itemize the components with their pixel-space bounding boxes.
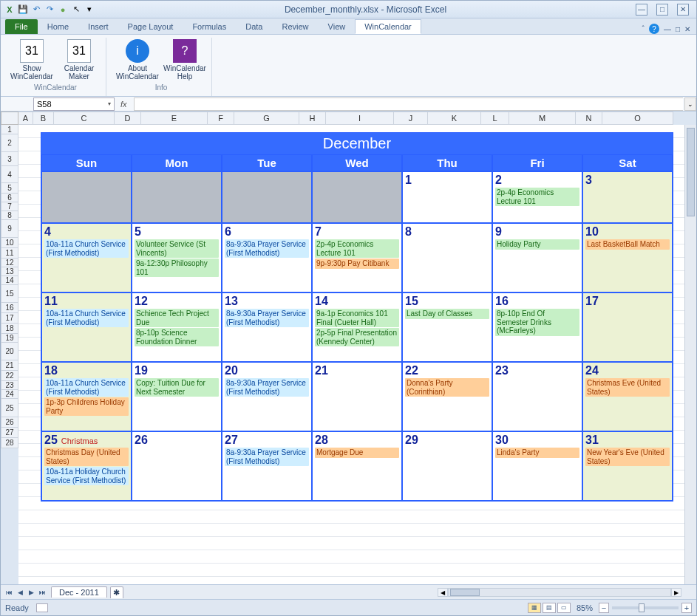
row-header-25[interactable]: 25: [1, 399, 18, 417]
calendar-event[interactable]: Donna's Party (Corinthian): [405, 378, 489, 397]
calendar-day-22[interactable]: 22Donna's Party (Corinthian): [402, 362, 492, 431]
qat-dropdown-icon[interactable]: ▾: [84, 4, 95, 16]
col-header-J[interactable]: J: [394, 112, 428, 125]
vertical-scroll-thumb[interactable]: [687, 128, 695, 216]
row-header-26[interactable]: 26: [1, 417, 18, 428]
calendar-event[interactable]: 2p-4p Economics Lecture 101: [315, 239, 399, 258]
calendar-day-7[interactable]: 72p-4p Economics Lecture 1019p-9:30p Pay…: [312, 223, 402, 292]
name-box-dropdown-icon[interactable]: ▾: [108, 100, 111, 107]
zoom-slider-thumb[interactable]: [639, 603, 645, 612]
sheet-tab-active[interactable]: Dec - 2011: [51, 586, 107, 598]
calendar-event[interactable]: Last BasketBall Match: [585, 239, 670, 250]
row-header-24[interactable]: 24: [1, 390, 18, 399]
calendar-day-8[interactable]: 8: [402, 223, 492, 292]
calendar-event[interactable]: Copy: Tuition Due for Next Semester: [135, 378, 219, 397]
calendar-day-5[interactable]: 5Volunteer Service (St Vincents)9a-12:30…: [132, 223, 222, 292]
calendar-day-25[interactable]: 25ChristmasChristmas Day (United States)…: [41, 431, 132, 501]
calendar-day-empty[interactable]: [222, 171, 312, 223]
row-header-10[interactable]: 10: [1, 238, 18, 248]
row-header-9[interactable]: 9: [1, 220, 18, 238]
calendar-day-15[interactable]: 15Last Day of Classes: [402, 292, 492, 362]
calendar-event[interactable]: Christmas Eve (United States): [585, 378, 670, 397]
zoom-percent[interactable]: 85%: [577, 603, 593, 612]
row-header-11[interactable]: 11: [1, 248, 18, 259]
calendar-event[interactable]: Last Day of Classes: [405, 309, 489, 319]
calendar-maker-button[interactable]: 31Calendar Maker: [58, 39, 100, 81]
sync-icon[interactable]: ●: [57, 4, 69, 16]
tab-view[interactable]: View: [319, 19, 356, 34]
col-header-A[interactable]: A: [18, 112, 33, 125]
col-header-F[interactable]: F: [208, 112, 234, 125]
calendar-event[interactable]: Schience Tech Project Due: [135, 309, 219, 327]
help-icon[interactable]: ?: [649, 24, 659, 34]
horizontal-scrollbar[interactable]: ◀ ▶: [438, 587, 681, 598]
col-header-C[interactable]: C: [54, 112, 115, 125]
col-header-M[interactable]: M: [509, 112, 576, 125]
tab-home[interactable]: Home: [38, 19, 78, 34]
calendar-day-19[interactable]: 19Copy: Tuition Due for Next Semester: [132, 362, 222, 431]
undo-icon[interactable]: ↶: [30, 4, 42, 16]
tab-insert[interactable]: Insert: [78, 19, 118, 34]
calendar-event[interactable]: New Year's Eve (United States): [585, 448, 670, 466]
calendar-day-9[interactable]: 9Holiday Party: [492, 223, 582, 292]
tab-review[interactable]: Review: [272, 19, 318, 34]
calendar-event[interactable]: Christmas Day (United States): [44, 448, 129, 466]
minimize-button[interactable]: —: [636, 4, 647, 16]
calendar-event[interactable]: 9a-12:30p Philosophy 101: [135, 259, 219, 277]
hscroll-right-icon[interactable]: ▶: [671, 588, 681, 597]
workbook-restore-icon[interactable]: □: [676, 25, 680, 33]
tab-formulas[interactable]: Formulas: [183, 19, 236, 34]
calendar-event[interactable]: Holiday Party: [495, 239, 579, 250]
new-sheet-button[interactable]: ✱: [110, 586, 123, 598]
maximize-button[interactable]: □: [656, 4, 668, 16]
calendar-day-13[interactable]: 138a-9:30a Prayer Service (First Methodi…: [222, 292, 312, 362]
calendar-day-empty[interactable]: [312, 171, 402, 223]
calendar-day-16[interactable]: 168p-10p End Of Semester Drinks (McFarle…: [492, 292, 582, 362]
ribbon-minimize-icon[interactable]: ˆ: [642, 25, 645, 33]
col-header-O[interactable]: O: [602, 112, 673, 125]
calendar-event[interactable]: 8a-9:30a Prayer Service (First Methodist…: [225, 448, 309, 466]
calendar-day-1[interactable]: 1: [402, 171, 492, 223]
calendar-day-11[interactable]: 1110a-11a Church Service (First Methodis…: [41, 292, 132, 362]
col-header-L[interactable]: L: [481, 112, 509, 125]
row-header-5[interactable]: 5: [1, 183, 18, 194]
col-header-K[interactable]: K: [428, 112, 481, 125]
calendar-day-3[interactable]: 3: [582, 171, 673, 223]
row-header-12[interactable]: 12: [1, 259, 18, 267]
row-header-8[interactable]: 8: [1, 211, 18, 220]
col-header-H[interactable]: H: [299, 112, 326, 125]
calendar-day-10[interactable]: 10Last BasketBall Match: [582, 223, 673, 292]
hscroll-thumb[interactable]: [450, 589, 480, 596]
tab-file[interactable]: File: [5, 19, 38, 34]
macro-record-icon[interactable]: [36, 603, 48, 612]
tab-data[interactable]: Data: [236, 19, 272, 34]
vertical-scrollbar[interactable]: [684, 125, 696, 584]
sheet-nav-next-icon[interactable]: ▶: [26, 587, 36, 598]
calendar-day-28[interactable]: 28Mortgage Due: [312, 431, 402, 501]
calendar-event[interactable]: 10a-11a Holiday Church Service (First Me…: [44, 467, 129, 485]
sheet-nav-first-icon[interactable]: ⏮: [4, 587, 14, 598]
view-normal-button[interactable]: ▦: [528, 603, 541, 613]
calendar-day-30[interactable]: 30Linda's Party: [492, 431, 582, 501]
worksheet-area[interactable]: ABCDEFGHIJKLMNO 123456789101112131415161…: [1, 112, 696, 584]
calendar-event[interactable]: 1p-3p Childrens Holiday Party: [44, 397, 129, 416]
col-header-N[interactable]: N: [576, 112, 602, 125]
row-header-2[interactable]: 2: [1, 134, 18, 152]
calendar-event[interactable]: 9a-1p Economics 101 Final (Cueter Hall): [315, 309, 399, 327]
wincalendar-help-button[interactable]: ?WinCalendar Help: [164, 39, 205, 81]
about-wincalendar-button[interactable]: iAbout WinCalendar: [117, 39, 158, 81]
workbook-minimize-icon[interactable]: —: [664, 25, 671, 33]
calendar-day-14[interactable]: 149a-1p Economics 101 Final (Cueter Hall…: [312, 292, 402, 362]
calendar-day-6[interactable]: 68a-9:30a Prayer Service (First Methodis…: [222, 223, 312, 292]
calendar-day-31[interactable]: 31New Year's Eve (United States): [582, 431, 673, 501]
calendar-day-2[interactable]: 22p-4p Economics Lecture 101: [492, 171, 582, 223]
select-all-corner[interactable]: [1, 112, 18, 125]
calendar-day-27[interactable]: 278a-9:30a Prayer Service (First Methodi…: [222, 431, 312, 501]
grid[interactable]: December SunMonTueWedThuFriSat 122p-4p E…: [18, 125, 684, 584]
row-header-23[interactable]: 23: [1, 381, 18, 390]
sheet-nav-prev-icon[interactable]: ◀: [15, 587, 25, 598]
row-header-21[interactable]: 21: [1, 360, 18, 371]
pointer-icon[interactable]: ↖: [70, 4, 82, 16]
calendar-event[interactable]: 8a-9:30a Prayer Service (First Methodist…: [225, 378, 309, 397]
show-wincalendar-button[interactable]: 31Show WinCalendar: [11, 39, 52, 81]
